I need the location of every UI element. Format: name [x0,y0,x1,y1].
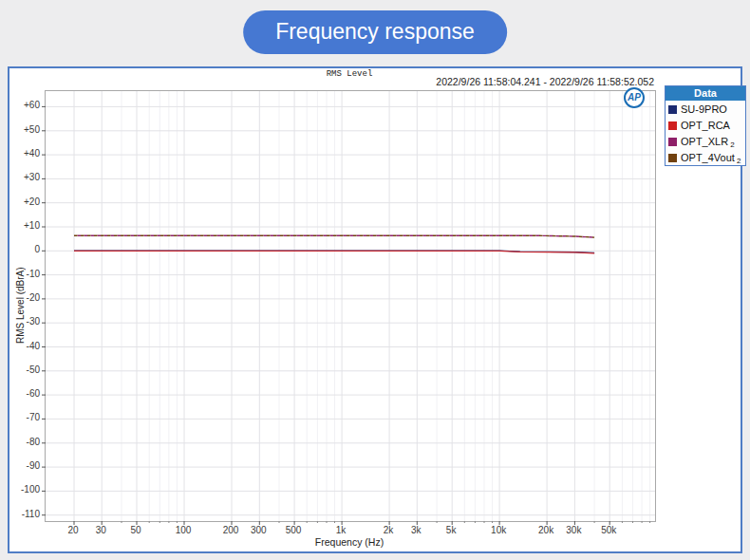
y-tick-label: -60 [9,388,40,400]
y-tick-label: -80 [9,437,40,448]
x-tick-label: 1k [322,525,360,535]
legend-item-opt_xlr[interactable]: OPT_XLR2 [666,133,745,149]
x-tick-label: 300 [239,525,277,535]
audio-precision-logo-icon: AP [624,87,645,108]
frequency-response-button[interactable]: Frequency response [243,10,507,54]
y-tick-label: +30 [9,172,40,183]
legend-item-opt_rca[interactable]: OPT_RCA [666,117,745,133]
legend-label: OPT_RCA [681,120,730,131]
y-tick-label: -20 [9,292,40,304]
measurement-timestamp: 2022/9/26 11:58:04.241 - 2022/9/26 11:58… [45,76,654,87]
y-tick-label: +50 [9,124,40,136]
y-tick-label: -10 [9,269,40,280]
y-tick-label: -40 [9,341,40,352]
legend-item-opt_4vout[interactable]: OPT_4Vout2 [666,149,745,165]
x-tick-label: 10k [479,525,517,535]
x-tick-label: 50 [117,525,155,535]
legend-item-su-9pro[interactable]: SU-9PRO [666,101,745,117]
x-tick-label: 5k [432,525,470,535]
y-tick-label: -50 [9,364,40,376]
legend-label: OPT_XLR [681,136,728,147]
x-axis-title: Frequency (Hz) [45,536,654,548]
legend-label-subscript: 2 [730,140,734,149]
legend-rows: SU-9PROOPT_RCAOPT_XLR2OPT_4Vout2 [666,101,745,165]
legend-label: OPT_4Vout [681,152,735,163]
x-tick-label: 500 [274,525,312,535]
x-tick-label: 30 [82,525,120,535]
legend-label: SU-9PRO [681,103,727,115]
x-tick-label: 100 [164,525,202,535]
y-tick-label: +20 [9,196,40,208]
page: { "page": { "badge_label": "Frequency re… [0,0,750,560]
x-tick-label: 50k [590,525,628,535]
legend-swatch-icon [668,105,677,114]
y-tick-label: +10 [9,220,40,232]
x-tick-label: 3k [397,525,435,535]
legend-box: Data SU-9PROOPT_RCAOPT_XLR2OPT_4Vout2 [665,85,746,166]
plot-area [45,90,656,522]
y-tick-label: -90 [9,460,40,472]
chart-panel: RMS Level 2022/9/26 11:58:04.241 - 2022/… [8,66,742,553]
chart-svg [46,91,655,521]
x-tick-label: 30k [554,525,592,535]
legend-label-subscript: 2 [737,157,741,165]
y-tick-label: -70 [9,412,40,423]
y-tick-label: -30 [9,316,40,327]
y-tick-label: 0 [9,244,40,255]
legend-swatch-icon [668,138,677,146]
y-tick-label: -100 [9,484,40,495]
y-tick-label: +40 [9,148,40,159]
y-tick-label: +60 [9,100,40,111]
legend-swatch-icon [668,121,677,130]
y-tick-label: -110 [9,509,40,520]
legend-swatch-icon [668,154,677,162]
legend-header: Data [666,86,745,101]
